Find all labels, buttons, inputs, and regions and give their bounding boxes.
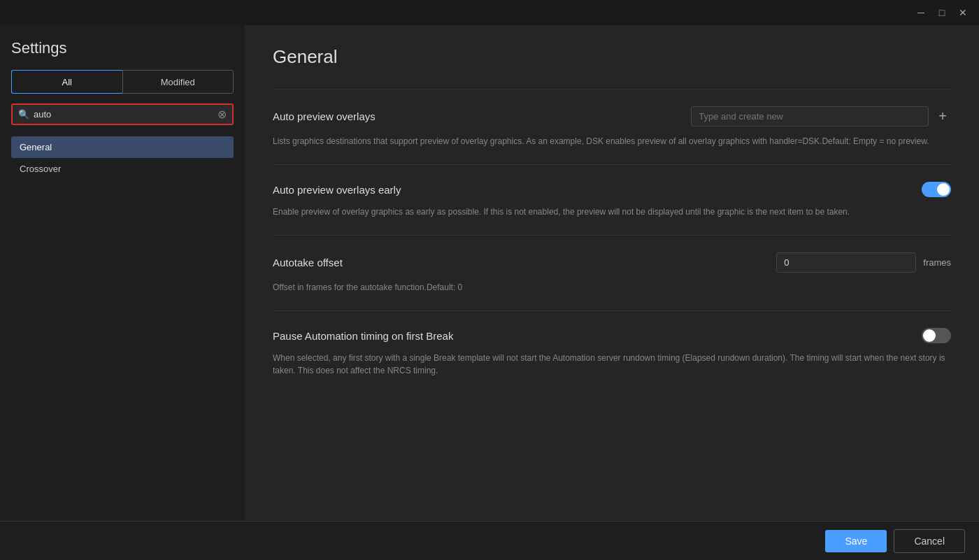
cancel-button[interactable]: Cancel	[894, 529, 965, 553]
toggle-knob	[937, 183, 950, 196]
section-auto-preview-overlays-early: Auto preview overlays early Enable previ…	[273, 164, 951, 235]
footer: Save Cancel	[0, 521, 979, 560]
page-title: General	[273, 46, 951, 68]
section-autotake-offset: Autotake offset frames Offset in frames …	[273, 235, 951, 310]
setting-desc-autotake-offset: Offset in frames for the autotake functi…	[273, 281, 951, 294]
auto-preview-overlays-input[interactable]	[691, 106, 929, 127]
toggle-slider	[922, 182, 951, 197]
search-icon: 🔍	[18, 109, 29, 120]
add-overlay-button[interactable]: +	[934, 107, 951, 126]
titlebar: ─ □ ✕	[0, 0, 979, 25]
autotake-offset-input[interactable]	[776, 252, 916, 273]
search-box: 🔍 ⊗	[11, 103, 234, 125]
minimize-button[interactable]: ─	[910, 2, 931, 23]
section-auto-preview-overlays: Auto preview overlays + Lists graphics d…	[273, 89, 951, 164]
toggle-pause-automation[interactable]	[922, 328, 951, 343]
setting-desc-auto-preview-overlays: Lists graphics destinations that support…	[273, 135, 951, 148]
save-button[interactable]: Save	[825, 530, 887, 552]
toggle-auto-preview-early[interactable]	[922, 182, 951, 197]
sidebar-title: Settings	[11, 39, 234, 57]
section-pause-automation: Pause Automation timing on first Break W…	[273, 310, 951, 394]
search-clear-icon[interactable]: ⊗	[217, 108, 227, 121]
setting-input-group-auto-preview: +	[691, 106, 951, 127]
maximize-button[interactable]: □	[931, 2, 952, 23]
autotake-offset-group: frames	[776, 252, 951, 273]
search-input[interactable]	[34, 109, 217, 120]
setting-desc-auto-preview-early: Enable preview of overlay graphics as ea…	[273, 206, 951, 218]
tab-modified[interactable]: Modified	[122, 70, 234, 94]
autotake-offset-unit: frames	[923, 257, 951, 268]
close-button[interactable]: ✕	[952, 2, 973, 23]
setting-label-pause-automation: Pause Automation timing on first Break	[273, 330, 453, 342]
toggle-knob-pause	[923, 329, 936, 342]
tab-row: All Modified	[11, 70, 234, 94]
main-container: Settings All Modified 🔍 ⊗ General Crosso…	[0, 25, 979, 560]
sidebar-item-crossover[interactable]: Crossover	[11, 158, 234, 180]
setting-desc-pause-automation: When selected, any first story with a si…	[273, 352, 951, 377]
setting-label-auto-preview-overlays-early: Auto preview overlays early	[273, 184, 401, 196]
sidebar: Settings All Modified 🔍 ⊗ General Crosso…	[0, 25, 245, 560]
setting-row-auto-preview: Auto preview overlays +	[273, 106, 951, 127]
tab-all[interactable]: All	[11, 70, 122, 94]
setting-row-pause-automation: Pause Automation timing on first Break	[273, 328, 951, 343]
content-area: General Auto preview overlays + Lists gr…	[245, 25, 979, 560]
sidebar-item-general[interactable]: General	[11, 136, 234, 158]
setting-label-auto-preview-overlays: Auto preview overlays	[273, 110, 376, 122]
setting-row-autotake-offset: Autotake offset frames	[273, 252, 951, 273]
toggle-slider-pause	[922, 328, 951, 343]
setting-label-autotake-offset: Autotake offset	[273, 257, 343, 268]
setting-row-auto-preview-early: Auto preview overlays early	[273, 182, 951, 197]
